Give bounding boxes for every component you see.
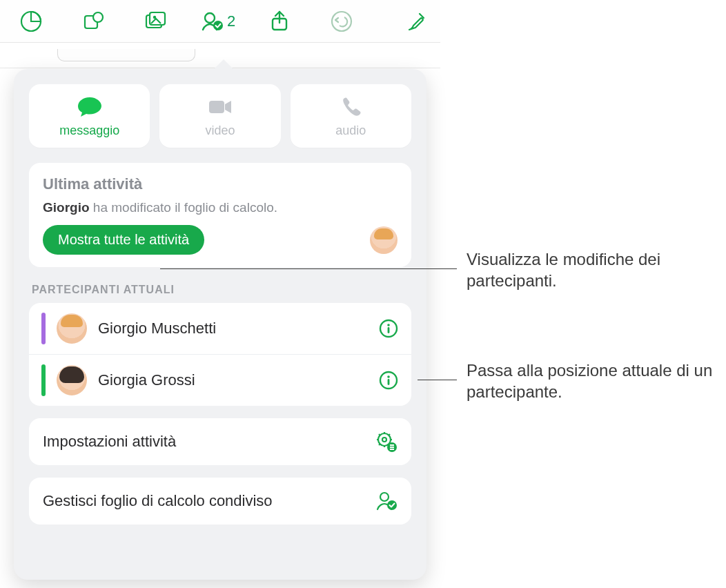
- callout-text: Passa alla posizione attuale di un parte…: [467, 360, 722, 402]
- activity-title: Ultima attività: [43, 175, 398, 193]
- contact-row: messaggio video audio: [29, 84, 411, 148]
- share-icon: [267, 9, 292, 34]
- svg-rect-30: [390, 449, 394, 450]
- svg-point-7: [213, 21, 223, 30]
- presence-indicator: [41, 364, 46, 396]
- activity-rest: ha modificato il foglio di calcolo.: [90, 200, 277, 215]
- participant-name: Giorgia Grossi: [98, 371, 367, 389]
- phone-icon: [337, 95, 364, 119]
- person-check-icon: [375, 490, 398, 512]
- contact-video-button[interactable]: video: [159, 84, 280, 148]
- toolbar-collab-button[interactable]: 2: [186, 0, 248, 43]
- avatar: [57, 313, 87, 344]
- info-icon[interactable]: [378, 370, 399, 391]
- collaborate-icon: [199, 9, 224, 34]
- toolbar-notch: [57, 49, 195, 61]
- svg-line-23: [379, 434, 380, 435]
- activity-settings-row[interactable]: Impostazioni attività: [29, 418, 411, 465]
- activity-settings-label: Impostazioni attività: [43, 433, 176, 451]
- svg-line-26: [389, 434, 390, 435]
- svg-point-9: [332, 12, 351, 31]
- contact-message-label: messaggio: [59, 124, 119, 138]
- svg-point-18: [382, 438, 386, 442]
- participant-row[interactable]: Giorgio Muschetti: [29, 303, 411, 354]
- callout-line: [418, 380, 457, 380]
- info-icon[interactable]: [378, 318, 399, 339]
- collab-count: 2: [227, 12, 235, 30]
- show-all-activity-button[interactable]: Mostra tutte le attività: [43, 225, 204, 255]
- gear-badge-icon: [375, 431, 398, 453]
- paintbrush-icon: [404, 9, 429, 34]
- participants-section-label: PARTECIPANTI ATTUALI: [32, 284, 409, 296]
- toolbar-format-button[interactable]: [392, 0, 440, 43]
- svg-point-15: [387, 375, 390, 378]
- toolbar-share-button[interactable]: [248, 0, 311, 43]
- video-icon: [206, 95, 234, 119]
- shapes-icon: [81, 9, 106, 34]
- contact-video-label: video: [205, 124, 235, 138]
- svg-point-2: [93, 12, 103, 22]
- activity-line: Giorgio ha modificato il foglio di calco…: [43, 200, 398, 215]
- contact-message-button[interactable]: messaggio: [29, 84, 150, 148]
- svg-rect-28: [390, 444, 394, 446]
- svg-point-6: [205, 13, 215, 23]
- activity-card: Ultima attività Giorgio ha modificato il…: [29, 163, 411, 267]
- message-icon: [76, 95, 104, 119]
- svg-point-31: [380, 493, 389, 501]
- participant-name: Giorgio Muschetti: [98, 320, 367, 337]
- pie-chart-icon: [19, 9, 43, 34]
- avatar: [57, 365, 87, 395]
- collaboration-popover: messaggio video audio Ultima attività Gi…: [14, 69, 426, 580]
- activity-actor: Giorgio: [43, 200, 90, 215]
- svg-line-25: [379, 444, 380, 445]
- callout-line: [160, 268, 457, 269]
- svg-rect-16: [388, 379, 390, 385]
- svg-point-12: [387, 324, 390, 326]
- participant-row[interactable]: Giorgia Grossi: [29, 354, 411, 406]
- participants-card: Giorgio Muschetti Giorgia Grossi: [29, 303, 411, 406]
- toolbar-chart-button[interactable]: [0, 0, 62, 43]
- contact-audio-label: audio: [335, 124, 366, 138]
- manage-shared-label: Gestisci foglio di calcolo condiviso: [43, 492, 273, 510]
- toolbar-shapes-button[interactable]: [62, 0, 124, 43]
- photos-icon: [143, 9, 168, 34]
- presence-indicator: [41, 313, 46, 344]
- avatar: [370, 226, 398, 254]
- callout-text: Visualizza le modifiche dei partecipanti…: [467, 248, 715, 291]
- toolbar-undo-button[interactable]: [311, 0, 373, 43]
- svg-rect-13: [388, 327, 390, 333]
- undo-icon: [329, 9, 354, 34]
- svg-rect-10: [209, 101, 224, 113]
- manage-shared-row[interactable]: Gestisci foglio di calcolo condiviso: [29, 478, 411, 525]
- svg-rect-29: [390, 447, 394, 448]
- toolbar: 2: [0, 0, 440, 43]
- toolbar-media-button[interactable]: [124, 0, 186, 43]
- contact-audio-button[interactable]: audio: [291, 84, 411, 148]
